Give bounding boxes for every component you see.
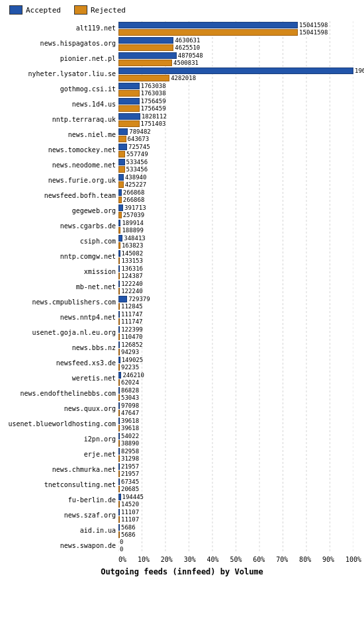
- x-axis-labels: 0%10%20%30%40%50%60%70%80%90%100%: [3, 556, 361, 563]
- rejected-bar: [118, 44, 173, 51]
- bar-row: news.swapon.de00: [3, 539, 361, 553]
- x-axis-label: 60%: [253, 556, 265, 563]
- accepted-bar: [118, 311, 120, 318]
- legend-accepted-box: [9, 5, 23, 15]
- legend-accepted-label: Accepted: [26, 6, 61, 15]
- rejected-bar: [118, 120, 140, 127]
- accepted-value: 54022: [121, 433, 139, 439]
- accepted-bar: [118, 235, 122, 242]
- bar-label: news.chmurka.net: [3, 463, 118, 477]
- rejected-value: 257039: [123, 212, 145, 218]
- accepted-value: 1756459: [141, 98, 166, 105]
- bar-row: newsfeed.xs3.de14902592235: [3, 356, 361, 371]
- bar-values-area: 48705484500831: [118, 52, 361, 66]
- bar-row: news.bbs.nz12685294293: [3, 341, 361, 355]
- accepted-value: 67345: [121, 478, 139, 485]
- bar-row: news.quux.org9709847647: [3, 402, 361, 416]
- bar-label: usenet.goja.nl.eu.org: [3, 326, 118, 340]
- bar-row: mb-net.net122240122240: [3, 280, 361, 294]
- x-axis-label: 20%: [161, 556, 173, 563]
- x-axis-label: 0%: [118, 556, 126, 563]
- bar-row: newsfeed.bofh.team266868266868: [3, 189, 361, 203]
- accepted-bar: [118, 494, 121, 500]
- chart-rows: alt119.net1504159815041598news.hispagato…: [3, 21, 361, 553]
- rejected-value: 92235: [121, 364, 139, 371]
- rejected-bar: [118, 242, 120, 249]
- accepted-value: 97098: [121, 402, 139, 409]
- accepted-value: 729379: [128, 296, 150, 302]
- rejected-bar: [118, 394, 120, 401]
- bar-values-area: 189914188899: [118, 219, 361, 234]
- accepted-bar: [118, 83, 140, 89]
- legend-rejected-box: [74, 5, 87, 15]
- rejected-bar: [118, 181, 124, 188]
- bar-label: i2pn.org: [3, 432, 118, 447]
- bar-values-area: 1110711107: [118, 508, 361, 523]
- bar-row: nntp.terraraq.uk18281121751403: [3, 113, 361, 127]
- accepted-value: 82958: [121, 448, 139, 455]
- rejected-value: 133153: [121, 257, 143, 264]
- bar-values-area: 6734520685: [118, 478, 361, 492]
- bar-row: gothmog.csi.it17630381763038: [3, 82, 361, 97]
- accepted-value: 1828112: [142, 113, 167, 120]
- rejected-value: 643673: [128, 136, 150, 142]
- bar-values-area: 122240122240: [118, 280, 361, 294]
- rejected-bar: [118, 334, 120, 340]
- accepted-bar: [118, 357, 120, 363]
- bar-label: news.neodome.net: [3, 158, 118, 173]
- bar-label: csiph.com: [3, 234, 118, 249]
- accepted-bar: [118, 387, 120, 394]
- bar-values-area: 9709847647: [118, 402, 361, 416]
- bar-row: tnetconsulting.net6734520685: [3, 478, 361, 492]
- accepted-bar: [118, 478, 120, 485]
- bar-row: news.cmpublishers.com729379112845: [3, 295, 361, 310]
- bar-row: news.neodome.net533456533456: [3, 158, 361, 173]
- accepted-value: 86828: [121, 387, 139, 394]
- bar-values-area: 266868266868: [118, 189, 361, 203]
- bar-label: alt119.net: [3, 21, 118, 36]
- accepted-bar: [118, 448, 120, 455]
- bar-values-area: 17630381763038: [118, 82, 361, 97]
- accepted-bar: [118, 265, 120, 272]
- bar-row: news.chmurka.net2195721957: [3, 463, 361, 477]
- bar-label: mb-net.net: [3, 280, 118, 294]
- accepted-bar: [118, 372, 121, 379]
- bar-values-area: 438940425227: [118, 173, 361, 188]
- rejected-value: 11107: [121, 516, 139, 523]
- bar-row: news.nntp4.net111747111747: [3, 310, 361, 325]
- bar-values-area: 17564591756459: [118, 97, 361, 112]
- rejected-value: 425227: [125, 181, 147, 188]
- accepted-value: 391713: [124, 204, 146, 211]
- bar-values-area: 19444514520: [118, 493, 361, 508]
- bar-label: nyheter.lysator.liu.se: [3, 67, 118, 81]
- bar-values-area: 3961839618: [118, 417, 361, 431]
- accepted-bar: [118, 402, 120, 409]
- bar-values-area: 18281121751403: [118, 113, 361, 127]
- bar-values-area: 348413163823: [118, 234, 361, 249]
- bar-label: news.niel.me: [3, 128, 118, 142]
- bar-label: gothmog.csi.it: [3, 82, 118, 97]
- bar-values-area: 145082133153: [118, 249, 361, 264]
- accepted-value: 189914: [122, 220, 144, 226]
- accepted-bar: [118, 418, 120, 424]
- rejected-value: 62024: [121, 379, 139, 386]
- bar-row: pionier.net.pl48705484500831: [3, 52, 361, 66]
- accepted-bar: [118, 524, 120, 531]
- bar-label: aid.in.ua: [3, 523, 118, 538]
- x-axis-label: 80%: [299, 556, 311, 563]
- rejected-value: 1756459: [141, 105, 166, 112]
- x-axis-title: Outgoing feeds (innfeed) by Volume: [3, 567, 361, 576]
- accepted-value: 725745: [128, 144, 150, 150]
- accepted-bar: [118, 189, 122, 196]
- accepted-bar: [118, 220, 120, 226]
- bar-row: gegeweb.org391713257039: [3, 204, 361, 218]
- bar-values-area: 56865686: [118, 523, 361, 538]
- x-axis-label: 50%: [230, 556, 242, 563]
- rejected-bar: [118, 257, 120, 264]
- rejected-bar: [118, 151, 125, 158]
- bar-label: news.szaf.org: [3, 508, 118, 523]
- bar-row: news.niel.me789482643673: [3, 128, 361, 142]
- accepted-value: 5686: [121, 524, 136, 531]
- bar-values-area: 391713257039: [118, 204, 361, 218]
- accepted-value: 194445: [122, 494, 144, 500]
